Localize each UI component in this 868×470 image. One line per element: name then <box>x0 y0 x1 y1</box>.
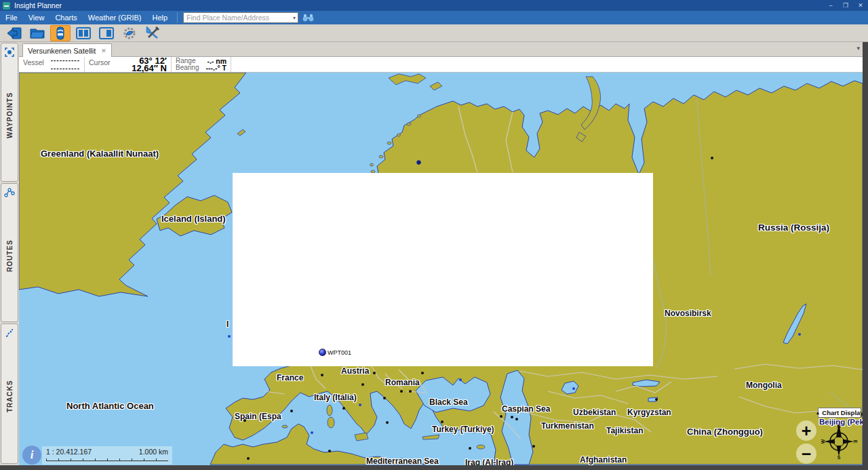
map-label: Greenland (Kalaallit Nunaat) <box>41 149 159 159</box>
info-icon: i <box>31 448 34 462</box>
city-dot <box>515 418 518 420</box>
map-label: Iceland (Island) <box>161 214 226 224</box>
city-dot <box>409 390 412 393</box>
map-label: China (Zhongguo) <box>687 427 763 437</box>
chevron-down-icon[interactable]: ▾ <box>293 15 298 21</box>
city-dot <box>459 378 462 381</box>
cursor-latitude: 63° 12′ 12,64″ N <box>114 57 167 72</box>
city-dot <box>247 457 250 460</box>
menu-charts[interactable]: Charts <box>50 11 82 24</box>
vessel-lat-value: ---------- <box>47 57 80 64</box>
compass-rose-icon[interactable]: N S E W <box>818 421 859 462</box>
svg-text:S: S <box>837 455 841 460</box>
city-dot <box>383 397 386 399</box>
open-folder-button[interactable] <box>27 25 47 41</box>
map-label: Caspian Sea <box>502 404 550 414</box>
sidebar-tab-waypoints[interactable]: WAYPOINTS <box>1 43 18 182</box>
map-label: Novosibirsk <box>665 309 711 318</box>
scale-bar-panel: 1 : 20.412.167 1.000 km <box>42 446 172 465</box>
chart-settings-button[interactable] <box>119 25 140 41</box>
chart-settings-icon <box>121 26 138 40</box>
map-label: Black Sea <box>429 397 468 407</box>
open-folder-icon <box>29 26 45 40</box>
city-dot <box>441 420 443 423</box>
waypoints-icon <box>4 47 15 58</box>
chart-display-label: Chart Display <box>822 409 863 416</box>
map-label: Russia (Rossija) <box>758 222 829 233</box>
waypoint-icon[interactable] <box>319 349 326 356</box>
sidebar-tab-tracks[interactable]: TRACKS <box>1 324 18 464</box>
status-info-bar: Vessel ---------- ---------- Cursor 63° … <box>19 57 863 73</box>
chart-display-button[interactable]: ▲ Chart Display <box>818 408 861 418</box>
city-dot <box>500 415 502 418</box>
tab-versunkenen-satellit[interactable]: Versunkenen Satellit ✕ <box>22 43 112 57</box>
city-dot <box>361 383 364 386</box>
city-dot <box>243 419 246 422</box>
cursor-label: Cursor <box>89 57 111 73</box>
city-dot <box>359 404 361 406</box>
map-label: Iraq (Al-Iraq) <box>465 458 513 465</box>
binoculars-icon <box>302 14 314 22</box>
single-view-icon <box>98 26 115 40</box>
svg-text:N: N <box>837 424 840 429</box>
scale-ratio: 1 : 20.412.167 <box>46 448 92 456</box>
title-bar: Insight Planner – ❐ ✕ <box>0 0 868 11</box>
place-search-input[interactable]: Find Place Name/Address ▾ <box>183 12 298 23</box>
planning-mode-icon <box>52 26 68 40</box>
split-view-icon <box>75 26 92 40</box>
nautical-chart[interactable]: Greenland (Kalaallit Nunaat)Iceland (Isl… <box>19 73 863 465</box>
menu-help[interactable]: Help <box>146 11 173 24</box>
city-dot <box>290 410 293 412</box>
tab-overflow-icon[interactable]: ▾ <box>856 45 860 52</box>
info-button[interactable]: i <box>22 446 41 465</box>
import-button[interactable] <box>4 25 24 41</box>
sidebar-label-routes: ROUTES <box>6 205 14 307</box>
city-dot <box>416 160 421 165</box>
city-dot <box>400 390 403 393</box>
split-view-button[interactable] <box>73 25 94 41</box>
tab-label: Versunkenen Satellit <box>28 47 96 55</box>
restore-button[interactable]: ❐ <box>838 0 853 11</box>
chevron-up-icon: ▲ <box>815 410 820 415</box>
city-dot <box>532 445 535 448</box>
find-place-button[interactable] <box>301 12 315 23</box>
menu-file[interactable]: File <box>0 11 23 24</box>
city-dot <box>572 387 575 390</box>
city-dot <box>328 450 331 452</box>
scale-distance: 1.000 km <box>139 448 168 456</box>
single-view-button[interactable] <box>96 25 117 41</box>
search-placeholder: Find Place Name/Address <box>184 14 293 22</box>
city-dot <box>421 372 424 374</box>
tools-button[interactable] <box>142 25 163 41</box>
zoom-out-button[interactable]: − <box>796 444 816 464</box>
vessel-position-readout: Vessel ---------- ---------- <box>19 57 85 73</box>
menu-weather-grib[interactable]: Weather (GRIB) <box>83 11 147 24</box>
left-sidebar: WAYPOINTS ROUTES TRACKS <box>0 42 19 465</box>
city-dot <box>386 421 389 424</box>
menu-view[interactable]: View <box>23 11 50 24</box>
map-label: I <box>226 319 229 329</box>
tab-close-icon[interactable]: ✕ <box>101 47 106 54</box>
city-dot <box>311 431 313 434</box>
city-dot <box>228 335 231 338</box>
close-button[interactable]: ✕ <box>853 0 868 11</box>
waypoint-wpt001[interactable]: WPT001 <box>319 349 351 356</box>
city-dot <box>655 398 658 401</box>
range-bearing-readout: Range -.- nm Bearing ---.-° T <box>172 57 231 73</box>
svg-text:W: W <box>821 439 825 444</box>
map-label: Spain (Espa <box>235 412 281 421</box>
toolbar <box>0 24 868 42</box>
map-label: France <box>277 373 303 383</box>
window-title: Insight Planner <box>14 1 62 9</box>
sidebar-tab-routes[interactable]: ROUTES <box>1 183 18 322</box>
blank-chart-panel <box>233 173 653 366</box>
vessel-lon-value: ---------- <box>47 65 80 72</box>
city-dot <box>469 447 471 450</box>
planning-mode-button[interactable] <box>50 25 71 41</box>
bearing-label: Bearing <box>176 64 199 71</box>
map-label: Turkey (Turkiye) <box>432 425 494 434</box>
zoom-in-button[interactable]: + <box>796 420 816 441</box>
scale-ruler <box>46 457 168 461</box>
chart-tab-strip: Versunkenen Satellit ✕ ▾ <box>19 42 863 57</box>
minimize-button[interactable]: – <box>823 0 838 11</box>
